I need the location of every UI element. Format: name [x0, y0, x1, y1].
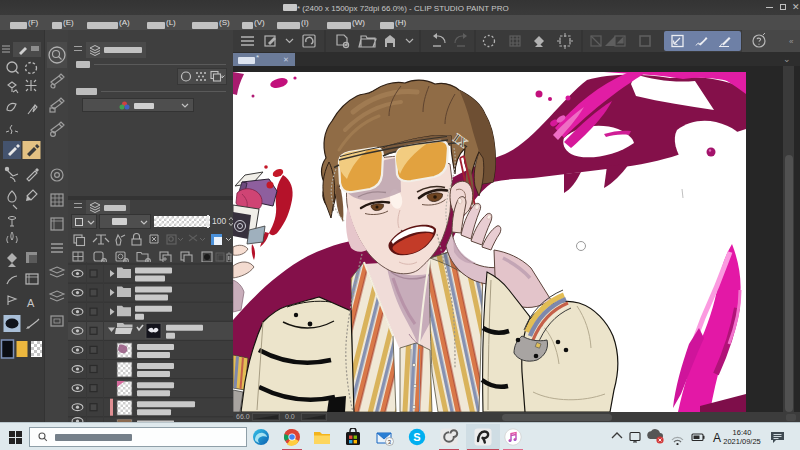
svg-text:A: A	[27, 297, 35, 309]
svg-text:S: S	[413, 431, 420, 443]
svg-text:«: «	[789, 37, 794, 46]
